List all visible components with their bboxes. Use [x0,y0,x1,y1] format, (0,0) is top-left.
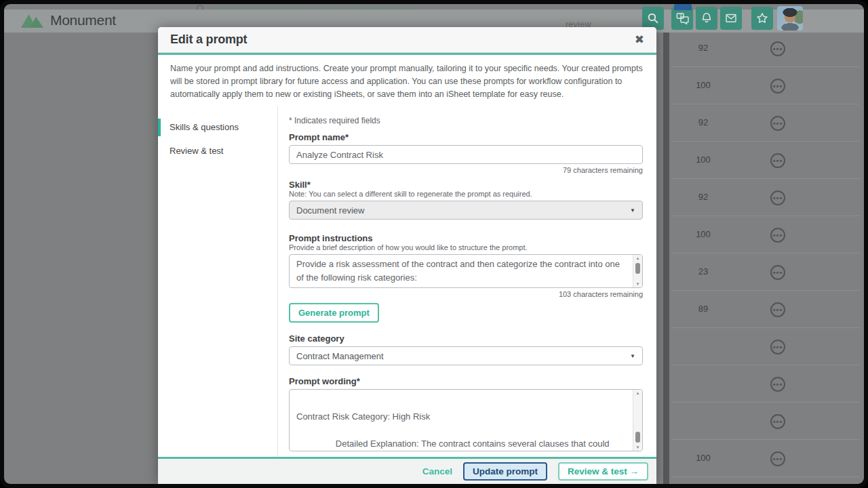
chat-button[interactable]: ? [671,7,693,30]
textarea-scrollbar[interactable]: ▲ ▼ [633,390,642,451]
messages-button[interactable] [720,7,742,30]
modal-header: Edit a prompt ✖ [158,27,656,53]
skill-label: Skill* [289,180,643,190]
search-button[interactable] [642,7,664,30]
textarea-scrollbar[interactable]: ▲ ▼ [633,255,642,287]
review-test-button[interactable]: Review & test → [558,462,648,481]
prompt-instructions-textarea[interactable]: Provide a risk assessment of the contrac… [289,254,643,288]
prompt-instructions-remaining: 103 characters remaining [289,290,643,298]
ellipsis-icon: ••• [773,120,783,127]
more-options-button[interactable]: ••• [770,116,785,131]
table-row: ••• [671,365,860,403]
more-options-button[interactable]: ••• [770,228,785,243]
skill-select[interactable]: Document review ▼ [289,201,643,220]
ellipsis-icon: ••• [773,418,783,426]
scroll-down-icon[interactable]: ▼ [636,281,640,287]
more-options-button[interactable]: ••• [770,265,785,280]
notifications-button[interactable] [696,7,717,30]
site-category-select[interactable]: Contract Management ▼ [289,346,643,365]
modal-body: Skills & questions Review & test * Indic… [158,106,656,457]
site-category-label: Site category [289,333,643,344]
notification-badge [674,4,692,10]
ellipsis-icon: ••• [773,157,783,165]
ellipsis-icon: ••• [773,381,783,388]
tab-skills-questions[interactable]: Skills & questions [158,117,277,137]
update-prompt-button[interactable]: Update prompt [463,462,547,481]
prompt-instructions-label: Prompt instructions [289,233,643,243]
score-value: 23 [689,266,717,277]
more-options-button[interactable]: ••• [770,302,785,317]
background-scrollbar[interactable] [663,9,669,484]
skill-selected-value: Document review [296,205,364,216]
scroll-thumb[interactable] [635,432,640,443]
table-row: 100 ••• [671,67,860,104]
prompt-wording-label: Prompt wording* [289,376,643,386]
more-options-button[interactable]: ••• [770,340,785,354]
prompt-name-label: Prompt name* [289,132,643,142]
modal-sidebar: Skills & questions Review & test [158,106,278,457]
table-row: ••• [671,328,860,365]
scroll-up-icon[interactable]: ▲ [636,390,640,396]
ellipsis-icon: ••• [773,232,783,239]
table-row: 92 ••• [671,104,860,142]
modal-footer: Cancel Update prompt Review & test → [158,457,656,484]
score-value: 100 [689,453,717,463]
prompt-wording-clipped-line: Contract Risk Category: High Risk [296,410,626,424]
search-icon [647,12,659,24]
bell-icon [701,12,713,24]
cancel-button[interactable]: Cancel [422,466,452,476]
chat-bubbles-icon: ? [676,12,689,24]
score-value: 92 [689,117,717,127]
prompt-name-input[interactable] [289,145,643,164]
table-row: ••• [671,403,860,440]
more-options-button[interactable]: ••• [770,190,785,205]
review-test-label: Review & test [568,466,627,476]
background-table: 92 ••• 100 ••• 92 ••• 100 ••• [671,30,860,477]
more-options-button[interactable]: ••• [770,79,785,94]
tab-review-test[interactable]: Review & test [158,141,277,161]
table-row: 92 ••• [671,179,860,216]
more-options-button[interactable]: ••• [770,377,785,392]
more-options-button[interactable]: ••• [770,41,785,56]
close-icon[interactable]: ✖ [635,33,644,47]
table-row: 100 ••• [671,142,860,179]
table-row: 100 ••• [671,216,860,253]
arrow-right-icon: → [630,466,639,476]
ellipsis-icon: ••• [773,455,783,463]
modal-title: Edit a prompt [170,33,247,47]
more-options-button[interactable]: ••• [770,451,785,466]
more-options-button[interactable]: ••• [770,153,785,168]
ellipsis-icon: ••• [773,344,783,351]
score-value: 89 [689,304,717,314]
prompt-instructions-helper: Provide a brief description of how you w… [289,243,643,251]
screen-frame: (Polly Poon) NDA Demo - Duration of Conf… [0,0,868,488]
ellipsis-icon: ••• [773,83,783,90]
monument-logo[interactable]: Monument [20,12,116,29]
ellipsis-icon: ••• [773,45,783,53]
scroll-down-icon[interactable]: ▼ [636,444,640,451]
table-row: 23 ••• [671,253,860,291]
ellipsis-icon: ••• [773,195,783,202]
score-value: 100 [689,229,717,239]
envelope-icon [725,12,737,24]
score-value: 92 [689,43,717,53]
scroll-track[interactable] [633,396,642,444]
skill-note: Note: You can select a different skill t… [289,190,643,198]
table-row: 92 ••• [671,30,860,67]
prompt-instructions-value: Provide a risk assessment of the contrac… [290,255,642,287]
generate-prompt-button[interactable]: Generate prompt [289,303,379,323]
scroll-thumb[interactable] [635,263,640,274]
prompt-name-remaining: 79 characters remaining [289,166,643,174]
more-options-button[interactable]: ••• [770,414,785,429]
prompt-wording-textarea[interactable]: Contract Risk Category: High Risk Detail… [289,389,643,451]
scroll-up-icon[interactable]: ▲ [636,255,640,262]
favorites-button[interactable] [751,7,773,30]
table-row: 89 ••• [671,291,860,328]
star-icon [756,12,768,24]
user-avatar[interactable] [777,6,803,30]
ellipsis-icon: ••• [773,269,783,277]
scroll-track[interactable] [633,262,642,281]
modal-description: Name your prompt and add instructions. C… [158,55,656,106]
ellipsis-icon: ••• [773,306,783,314]
required-fields-note: * Indicates required fields [289,116,643,125]
